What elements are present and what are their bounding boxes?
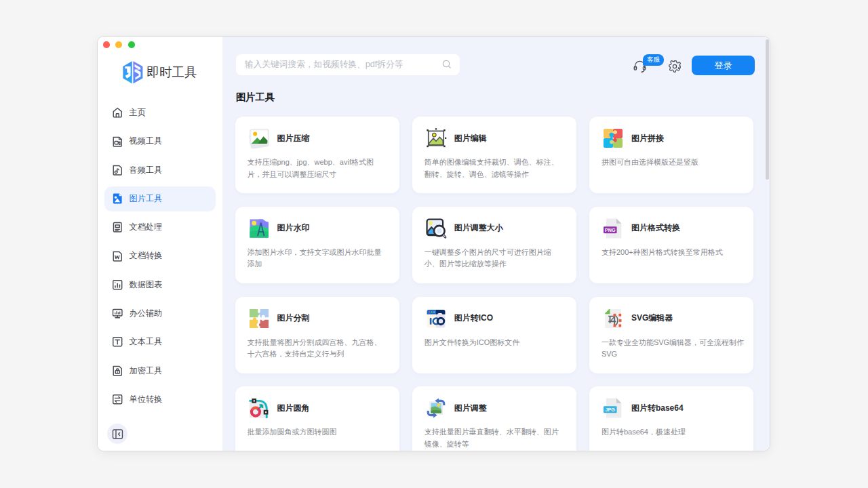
svg-text:JPG: JPG xyxy=(605,407,615,413)
svg-text:PNG: PNG xyxy=(605,228,616,233)
